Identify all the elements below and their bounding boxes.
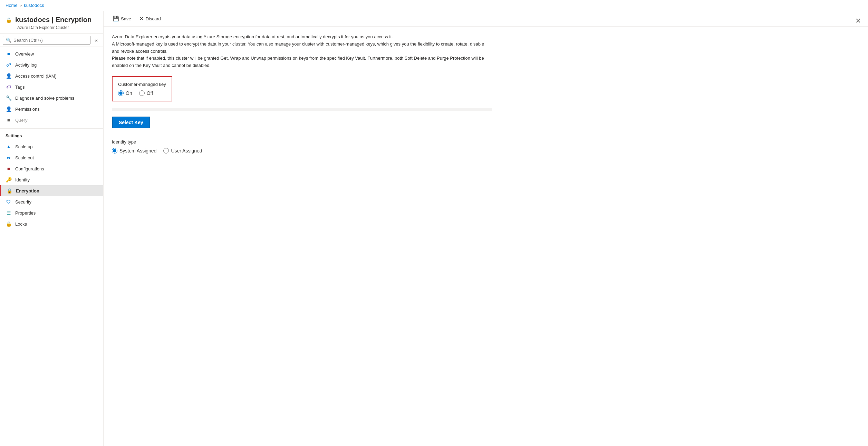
- search-icon: 🔍: [6, 38, 11, 43]
- identity-icon: 🔑: [6, 177, 12, 182]
- save-label: Save: [121, 16, 131, 21]
- radio-system-assigned-label: System Assigned: [119, 148, 156, 153]
- sidebar: 🔒 kustodocs | Encryption Azure Data Expl…: [0, 11, 104, 446]
- sidebar-item-identity-label: Identity: [15, 177, 30, 182]
- radio-off-label: Off: [147, 90, 153, 96]
- customer-managed-key-radio-group: On Off: [118, 90, 166, 96]
- scale-up-icon: ▲: [6, 144, 12, 149]
- collapse-sidebar-button[interactable]: «: [92, 37, 100, 43]
- select-key-button[interactable]: Select Key: [112, 117, 150, 128]
- permissions-icon: 👤: [6, 106, 12, 112]
- activity-log-icon: ☍: [6, 62, 12, 68]
- diagnose-icon: 🔧: [6, 95, 12, 101]
- toolbar: 💾 Save ✕ Discard: [104, 11, 868, 27]
- sidebar-item-tags[interactable]: 🏷 Tags: [0, 81, 103, 92]
- customer-managed-key-label: Customer-managed key: [118, 82, 166, 87]
- breadcrumb-separator: >: [20, 3, 22, 8]
- gray-separator-bar: [112, 108, 492, 111]
- locks-icon: 🔒: [6, 221, 12, 227]
- sidebar-item-activity-log[interactable]: ☍ Activity log: [0, 59, 103, 70]
- radio-on-label: On: [126, 90, 132, 96]
- radio-on[interactable]: On: [118, 90, 132, 96]
- sidebar-item-query: ■ Query: [0, 115, 103, 126]
- sidebar-item-configurations-label: Configurations: [15, 166, 44, 171]
- description-line2: A Microsoft-managed key is used to encry…: [112, 41, 492, 55]
- sidebar-subtitle: Azure Data Explorer Cluster: [17, 25, 98, 30]
- tags-icon: 🏷: [6, 84, 12, 90]
- radio-user-assigned-label: User Assigned: [171, 148, 202, 153]
- sidebar-item-encryption[interactable]: 🔒 Encryption: [0, 185, 103, 196]
- configurations-icon: ■: [6, 166, 12, 171]
- sidebar-item-tags-label: Tags: [15, 85, 25, 90]
- description-block: Azure Data Explorer encrypts your data u…: [112, 33, 492, 69]
- radio-on-input[interactable]: [118, 90, 124, 96]
- sidebar-item-access-control[interactable]: 👤 Access control (IAM): [0, 70, 103, 81]
- radio-system-assigned[interactable]: System Assigned: [112, 148, 156, 153]
- nav-section-main: ■ Overview ☍ Activity log 👤 Access contr…: [0, 47, 103, 127]
- sidebar-item-properties-label: Properties: [15, 210, 36, 216]
- sidebar-item-access-control-label: Access control (IAM): [15, 73, 57, 79]
- discard-button[interactable]: ✕ Discard: [136, 14, 164, 23]
- sidebar-item-permissions[interactable]: 👤 Permissions: [0, 103, 103, 115]
- identity-type-radio-group: System Assigned User Assigned: [112, 148, 860, 153]
- breadcrumb-home[interactable]: Home: [6, 3, 18, 8]
- sidebar-item-permissions-label: Permissions: [15, 107, 40, 112]
- sidebar-item-activity-log-label: Activity log: [15, 62, 37, 68]
- sidebar-item-overview-label: Overview: [15, 51, 34, 57]
- description-line1: Azure Data Explorer encrypts your data u…: [112, 33, 492, 41]
- content-scroll: Azure Data Explorer encrypts your data u…: [104, 27, 868, 446]
- settings-section-label: Settings: [0, 130, 103, 140]
- sidebar-item-encryption-label: Encryption: [16, 188, 39, 194]
- sidebar-item-security[interactable]: 🛡 Security: [0, 196, 103, 207]
- sidebar-title: kustodocs | Encryption: [15, 16, 91, 24]
- radio-user-assigned[interactable]: User Assigned: [163, 148, 202, 153]
- security-icon: 🛡: [6, 199, 12, 205]
- radio-system-assigned-input[interactable]: [112, 148, 117, 153]
- scale-out-icon: ⇔: [6, 155, 12, 160]
- breadcrumb: Home > kustodocs: [0, 0, 868, 11]
- lock-icon: 🔒: [6, 17, 12, 23]
- search-input[interactable]: [13, 38, 87, 43]
- query-icon: ■: [6, 117, 12, 123]
- breadcrumb-cluster[interactable]: kustodocs: [24, 3, 44, 8]
- radio-user-assigned-input[interactable]: [163, 148, 169, 153]
- toolbar-bar: 💾 Save ✕ Discard ✕: [104, 11, 868, 27]
- encryption-icon: 🔒: [6, 188, 12, 194]
- sidebar-item-scale-out-label: Scale out: [15, 155, 34, 160]
- description-line3: Please note that if enabled, this cluste…: [112, 55, 492, 69]
- customer-managed-key-section: Customer-managed key On Off: [112, 76, 172, 101]
- content-area: 💾 Save ✕ Discard ✕ Azure Data Explorer e…: [104, 11, 868, 446]
- access-control-icon: 👤: [6, 73, 12, 79]
- identity-type-label: Identity type: [112, 139, 860, 145]
- sidebar-item-configurations[interactable]: ■ Configurations: [0, 163, 103, 174]
- sidebar-item-locks-label: Locks: [15, 221, 27, 227]
- discard-label: Discard: [146, 16, 161, 21]
- sidebar-item-identity[interactable]: 🔑 Identity: [0, 174, 103, 185]
- sidebar-item-query-label: Query: [15, 118, 27, 123]
- overview-icon: ■: [6, 51, 12, 57]
- sidebar-item-locks[interactable]: 🔒 Locks: [0, 218, 103, 229]
- radio-off-input[interactable]: [139, 90, 145, 96]
- save-icon: 💾: [113, 16, 119, 22]
- sidebar-header: 🔒 kustodocs | Encryption Azure Data Expl…: [0, 11, 103, 34]
- sidebar-item-scale-up-label: Scale up: [15, 144, 33, 149]
- discard-icon: ✕: [139, 16, 144, 22]
- radio-off[interactable]: Off: [139, 90, 153, 96]
- properties-icon: ☰: [6, 210, 12, 216]
- sidebar-item-security-label: Security: [15, 199, 31, 205]
- sidebar-item-scale-out[interactable]: ⇔ Scale out: [0, 152, 103, 163]
- sidebar-item-properties[interactable]: ☰ Properties: [0, 207, 103, 218]
- sidebar-item-diagnose-label: Diagnose and solve problems: [15, 96, 74, 101]
- nav-section-settings: ▲ Scale up ⇔ Scale out ■ Configurations …: [0, 140, 103, 231]
- sidebar-item-scale-up[interactable]: ▲ Scale up: [0, 141, 103, 152]
- sidebar-item-diagnose[interactable]: 🔧 Diagnose and solve problems: [0, 92, 103, 103]
- save-button[interactable]: 💾 Save: [109, 14, 135, 23]
- sidebar-item-overview[interactable]: ■ Overview: [0, 48, 103, 59]
- close-button[interactable]: ✕: [855, 17, 861, 25]
